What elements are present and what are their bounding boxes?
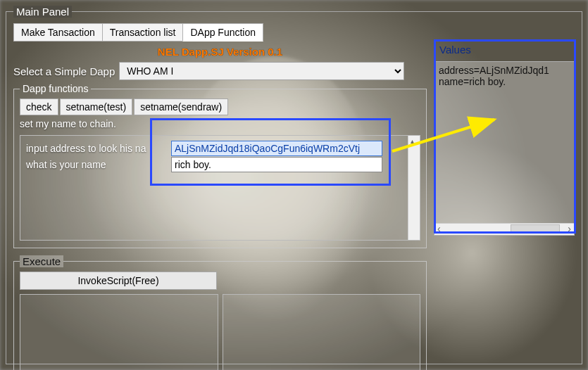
values-line: name=rich boy.	[439, 76, 570, 87]
version-label: NEL Dapp.SJ Version 0.1	[13, 46, 427, 58]
invoke-script-button[interactable]: InvokeScript(Free)	[20, 272, 217, 290]
input-scrollbar[interactable]	[408, 136, 420, 240]
tab-dapp-function[interactable]: DApp Function	[182, 23, 263, 42]
dapp-functions-legend: Dapp functions	[20, 83, 91, 94]
fn-setname-sendraw-button[interactable]: setname(sendraw)	[134, 98, 228, 115]
fn-setname-test-button[interactable]: setname(test)	[60, 98, 133, 115]
input-panel: input address to look his na what is you…	[20, 135, 420, 241]
tab-transaction-list[interactable]: Transaction list	[102, 23, 184, 42]
values-legend: Values	[439, 44, 471, 56]
dapp-functions-group: Dapp functions check setname(test) setna…	[13, 83, 427, 248]
main-panel-legend: Main Panel	[13, 6, 72, 18]
execute-group: Execute InvokeScript(Free)	[13, 255, 427, 370]
tab-make-transaction[interactable]: Make Tansaction	[13, 23, 103, 42]
values-box: address=ALjSnMZidJqd1 name=rich boy.	[434, 61, 575, 236]
output-pane-right	[223, 294, 421, 370]
fn-check-button[interactable]: check	[20, 98, 58, 115]
execute-legend: Execute	[20, 255, 63, 267]
field-name-label: what is your name	[26, 159, 171, 170]
field-address-label: input address to look his na	[26, 143, 171, 154]
output-pane-left	[20, 294, 218, 370]
field-name-input[interactable]	[171, 157, 382, 172]
fn-description: set my name to chain.	[20, 118, 420, 129]
dapp-select[interactable]: WHO AM I	[119, 62, 404, 80]
field-address-input[interactable]	[171, 141, 382, 156]
main-panel: Main Panel Make Tansaction Transaction l…	[6, 6, 582, 364]
tab-row: Make Tansaction Transaction list DApp Fu…	[13, 23, 427, 42]
select-dapp-label: Select a Simple Dapp	[13, 65, 115, 77]
values-line: address=ALjSnMZidJqd1	[439, 65, 570, 76]
values-h-scrollbar[interactable]	[434, 223, 574, 235]
